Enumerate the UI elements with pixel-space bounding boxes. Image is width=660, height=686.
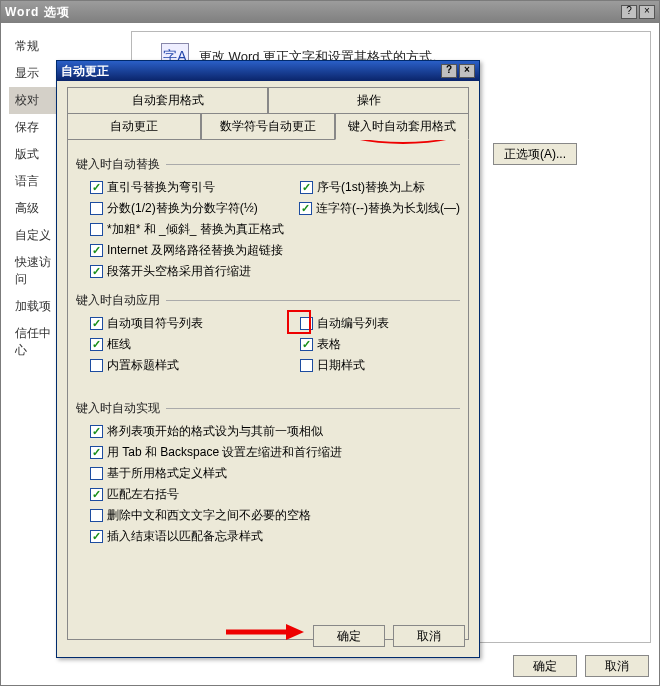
tab-row-bottom: 自动更正 数学符号自动更正 键入时自动套用格式	[67, 113, 469, 140]
checkbox-label: Internet 及网络路径替换为超链接	[107, 242, 283, 259]
checkbox-option[interactable]: 匹配左右括号	[90, 486, 179, 503]
checkbox-label: 插入结束语以匹配备忘录样式	[107, 528, 263, 545]
checkbox-option[interactable]: 删除中文和西文文字之间不必要的空格	[90, 507, 311, 524]
checkbox[interactable]	[90, 223, 103, 236]
tab-content: 键入时自动替换 直引号替换为弯引号序号(1st)替换为上标分数(1/2)替换为分…	[67, 140, 469, 640]
checkbox-label: 将列表项开始的格式设为与其前一项相似	[107, 423, 323, 440]
checkbox-option[interactable]: 内置标题样式	[90, 357, 300, 374]
checkbox[interactable]	[90, 488, 103, 501]
tab-autoformat[interactable]: 自动套用格式	[67, 87, 268, 113]
checkbox-label: 匹配左右括号	[107, 486, 179, 503]
checkbox-label: 基于所用格式定义样式	[107, 465, 227, 482]
autocorrect-options-button[interactable]: 正选项(A)...	[493, 143, 577, 165]
checkbox-option[interactable]: *加粗* 和 _倾斜_ 替换为真正格式	[90, 221, 300, 238]
checkbox-option[interactable]: 分数(1/2)替换为分数字符(½)	[90, 200, 299, 217]
checkbox-label: 表格	[317, 336, 341, 353]
checkbox[interactable]	[90, 467, 103, 480]
checkbox-label: 删除中文和西文文字之间不必要的空格	[107, 507, 311, 524]
checkbox-option[interactable]: 自动编号列表	[300, 315, 389, 332]
checkbox-option[interactable]: 连字符(--)替换为长划线(—)	[299, 200, 460, 217]
checkbox[interactable]	[300, 359, 313, 372]
inner-body: 自动套用格式 操作 自动更正 数学符号自动更正 键入时自动套用格式 键入时自动替…	[57, 81, 479, 657]
checkbox-option[interactable]: 框线	[90, 336, 300, 353]
checkbox[interactable]	[90, 446, 103, 459]
checkbox-option[interactable]: Internet 及网络路径替换为超链接	[90, 242, 300, 259]
outer-dialog-buttons: 确定 取消	[513, 655, 649, 677]
checkbox-label: 日期样式	[317, 357, 365, 374]
outer-window-buttons: ? ×	[621, 5, 655, 19]
checkbox[interactable]	[300, 317, 313, 330]
checkbox[interactable]	[90, 244, 103, 257]
checkbox-label: *加粗* 和 _倾斜_ 替换为真正格式	[107, 221, 284, 238]
checkbox-label: 内置标题样式	[107, 357, 179, 374]
autocorrect-dialog: 自动更正 ? × 自动套用格式 操作 自动更正 数学符号自动更正 键入时自动套用…	[56, 60, 480, 658]
checkbox[interactable]	[90, 202, 103, 215]
inner-window-buttons: ? ×	[441, 64, 475, 78]
inner-close-button[interactable]: ×	[459, 64, 475, 78]
help-button[interactable]: ?	[621, 5, 637, 19]
checkbox[interactable]	[90, 530, 103, 543]
outer-titlebar: Word 选项 ? ×	[1, 1, 659, 23]
checkbox-option[interactable]: 将列表项开始的格式设为与其前一项相似	[90, 423, 323, 440]
checkbox-label: 自动编号列表	[317, 315, 389, 332]
checkbox[interactable]	[300, 338, 313, 351]
tab-math-autocorrect[interactable]: 数学符号自动更正	[201, 113, 335, 140]
checkbox[interactable]	[90, 181, 103, 194]
checkbox-option[interactable]: 插入结束语以匹配备忘录样式	[90, 528, 263, 545]
checkbox-option[interactable]: 段落开头空格采用首行缩进	[90, 263, 300, 280]
checkbox[interactable]	[90, 338, 103, 351]
checkbox[interactable]	[300, 181, 313, 194]
outer-window-title: Word 选项	[5, 4, 70, 21]
checkbox[interactable]	[90, 509, 103, 522]
checkbox-label: 用 Tab 和 Backspace 设置左缩进和首行缩进	[107, 444, 342, 461]
inner-ok-button[interactable]: 确定	[313, 625, 385, 647]
checkbox-label: 自动项目符号列表	[107, 315, 203, 332]
checkbox-label: 直引号替换为弯引号	[107, 179, 215, 196]
checkbox-option[interactable]: 序号(1st)替换为上标	[300, 179, 425, 196]
checkbox-label: 连字符(--)替换为长划线(—)	[316, 200, 460, 217]
checkbox[interactable]	[90, 317, 103, 330]
inner-cancel-button[interactable]: 取消	[393, 625, 465, 647]
tab-row-top: 自动套用格式 操作	[67, 87, 469, 114]
tab-actions[interactable]: 操作	[268, 87, 469, 113]
outer-ok-button[interactable]: 确定	[513, 655, 577, 677]
inner-help-button[interactable]: ?	[441, 64, 457, 78]
checkbox-option[interactable]: 表格	[300, 336, 341, 353]
group-apply-label: 键入时自动应用	[76, 292, 460, 309]
checkbox-option[interactable]: 自动项目符号列表	[90, 315, 300, 332]
close-button[interactable]: ×	[639, 5, 655, 19]
tab-autocorrect[interactable]: 自动更正	[67, 113, 201, 140]
tab-autoformat-as-you-type[interactable]: 键入时自动套用格式	[335, 113, 469, 140]
inner-window-title: 自动更正	[61, 63, 109, 80]
checkbox-label: 序号(1st)替换为上标	[317, 179, 425, 196]
checkbox[interactable]	[90, 425, 103, 438]
checkbox[interactable]	[299, 202, 312, 215]
inner-titlebar: 自动更正 ? ×	[57, 61, 479, 81]
checkbox-option[interactable]: 基于所用格式定义样式	[90, 465, 227, 482]
group-replace-label: 键入时自动替换	[76, 156, 460, 173]
checkbox-option[interactable]: 日期样式	[300, 357, 365, 374]
checkbox-label: 框线	[107, 336, 131, 353]
checkbox-label: 段落开头空格采用首行缩进	[107, 263, 251, 280]
checkbox[interactable]	[90, 265, 103, 278]
checkbox-option[interactable]: 用 Tab 和 Backspace 设置左缩进和首行缩进	[90, 444, 342, 461]
checkbox-label: 分数(1/2)替换为分数字符(½)	[107, 200, 258, 217]
inner-dialog-buttons: 确定 取消	[313, 625, 465, 647]
checkbox-option[interactable]: 直引号替换为弯引号	[90, 179, 300, 196]
sidebar-item[interactable]: 常规	[9, 33, 64, 60]
outer-cancel-button[interactable]: 取消	[585, 655, 649, 677]
checkbox[interactable]	[90, 359, 103, 372]
group-auto-label: 键入时自动实现	[76, 400, 460, 417]
